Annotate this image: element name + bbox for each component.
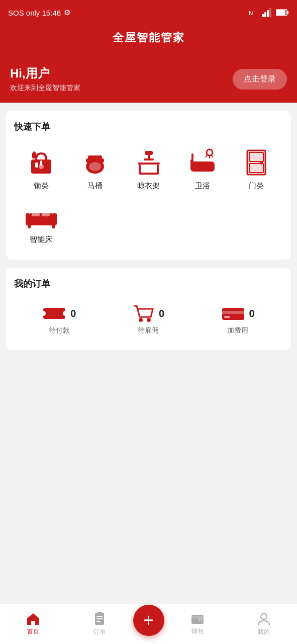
svg-point-48 — [139, 318, 143, 322]
svg-rect-24 — [145, 151, 153, 155]
quick-item-door[interactable]: 门类 — [229, 142, 283, 196]
greeting-area: Hi,用户 欢迎来到全屋智能管家 点击登录 — [0, 60, 297, 103]
signal-icon — [262, 8, 273, 17]
quick-item-bed[interactable]: 智能床 — [14, 196, 68, 250]
svg-rect-21 — [139, 165, 141, 174]
svg-rect-1 — [262, 14, 264, 17]
svg-point-49 — [147, 318, 151, 322]
bottom-nav: 首页 订单 + 钱包 — [0, 604, 297, 644]
ticket-icon — [42, 304, 66, 323]
quick-item-bath[interactable]: 卫浴 — [175, 142, 229, 196]
door-icon — [239, 147, 274, 177]
status-text: SOS only 15:46 — [8, 9, 61, 17]
svg-rect-18 — [138, 163, 160, 165]
wallet-label: 钱包 — [191, 627, 204, 635]
svg-rect-22 — [157, 165, 159, 174]
fee-icon-count: 0 — [221, 304, 255, 323]
svg-rect-27 — [191, 153, 193, 160]
nav-item-profile[interactable]: 我的 — [231, 612, 297, 636]
order-icon — [93, 612, 106, 626]
card-icon — [221, 304, 245, 323]
quick-label-bath: 卫浴 — [195, 181, 210, 191]
svg-point-11 — [39, 164, 44, 169]
svg-rect-43 — [28, 224, 31, 228]
svg-rect-52 — [224, 316, 230, 318]
fab-button[interactable]: + — [133, 605, 164, 636]
svg-rect-45 — [43, 308, 65, 319]
order-item-hire[interactable]: 0 待雇佣 — [133, 304, 164, 335]
orders-title: 我的订单 — [14, 278, 283, 290]
svg-text:N: N — [249, 10, 253, 16]
svg-rect-7 — [287, 11, 288, 14]
svg-rect-13 — [33, 151, 35, 153]
home-label: 首页 — [27, 627, 39, 636]
svg-rect-57 — [97, 612, 102, 614]
greeting-left: Hi,用户 欢迎来到全屋智能管家 — [10, 65, 80, 93]
nav-item-order[interactable]: 订单 — [66, 612, 133, 636]
main-content: 快速下单 锁类 — [0, 103, 297, 417]
svg-rect-56 — [96, 621, 101, 622]
quick-item-lock[interactable]: 锁类 — [14, 142, 68, 196]
fee-label: 加费用 — [227, 326, 248, 335]
svg-rect-25 — [190, 162, 215, 172]
fee-count: 0 — [249, 308, 255, 319]
order-item-payment[interactable]: 0 待付款 — [42, 304, 76, 335]
svg-point-17 — [89, 162, 101, 171]
hire-icon-count: 0 — [133, 304, 164, 323]
svg-rect-4 — [269, 8, 271, 17]
svg-rect-44 — [52, 224, 55, 228]
nfc-icon: N — [249, 8, 259, 18]
greeting-subtitle: 欢迎来到全屋智能管家 — [10, 84, 80, 93]
order-label: 订单 — [93, 628, 106, 636]
svg-rect-39 — [53, 213, 57, 218]
greeting-hi: Hi,用户 — [10, 65, 80, 82]
cart-icon — [133, 304, 155, 323]
quick-order-card: 快速下单 锁类 — [6, 111, 291, 260]
svg-rect-3 — [267, 10, 269, 17]
quick-label-bed: 智能床 — [30, 235, 52, 245]
svg-point-36 — [260, 162, 263, 165]
svg-rect-42 — [42, 212, 50, 216]
svg-rect-59 — [191, 616, 204, 618]
svg-rect-51 — [222, 311, 244, 314]
order-item-fee[interactable]: 0 加费用 — [221, 304, 255, 335]
svg-rect-38 — [26, 213, 30, 218]
fab-icon: + — [143, 611, 154, 629]
home-icon — [26, 612, 40, 625]
hire-label: 待雇佣 — [138, 326, 159, 335]
quick-label-door: 门类 — [249, 181, 264, 191]
quick-label-lock: 锁类 — [34, 181, 49, 191]
quick-item-toilet[interactable]: 马桶 — [68, 142, 122, 196]
svg-line-29 — [206, 154, 208, 157]
svg-rect-9 — [35, 163, 38, 168]
nav-item-wallet[interactable]: 钱包 — [164, 613, 231, 635]
login-button[interactable]: 点击登录 — [233, 69, 287, 90]
quick-order-grid: 锁类 马桶 — [14, 142, 283, 250]
svg-rect-6 — [276, 10, 285, 15]
battery-icon — [276, 9, 289, 16]
quick-item-hanger[interactable]: 晾衣架 — [122, 142, 175, 196]
hanger-icon — [131, 147, 166, 177]
nav-item-home[interactable]: 首页 — [0, 612, 66, 636]
wallet-icon — [190, 613, 205, 625]
payment-icon-count: 0 — [42, 304, 76, 323]
svg-rect-55 — [96, 618, 103, 619]
svg-point-62 — [261, 613, 267, 619]
my-orders-card: 我的订单 0 待付款 — [6, 268, 291, 350]
lock-icon — [24, 147, 59, 177]
profile-label: 我的 — [258, 628, 270, 636]
toilet-icon — [77, 147, 113, 177]
payment-label: 待付款 — [49, 326, 70, 335]
svg-rect-2 — [264, 12, 266, 17]
settings-icon: ⚙ — [64, 8, 70, 17]
orders-row: 0 待付款 0 待雇佣 — [14, 299, 283, 340]
status-right: N — [249, 8, 289, 18]
quick-order-title: 快速下单 — [14, 121, 283, 133]
app-title: 全屋智能管家 — [0, 30, 297, 45]
status-bar: SOS only 15:46 ⚙ N — [0, 0, 297, 25]
svg-rect-41 — [32, 212, 40, 216]
svg-rect-54 — [96, 616, 103, 617]
svg-point-61 — [200, 619, 202, 621]
quick-label-toilet: 马桶 — [87, 181, 103, 191]
hire-count: 0 — [159, 308, 164, 319]
